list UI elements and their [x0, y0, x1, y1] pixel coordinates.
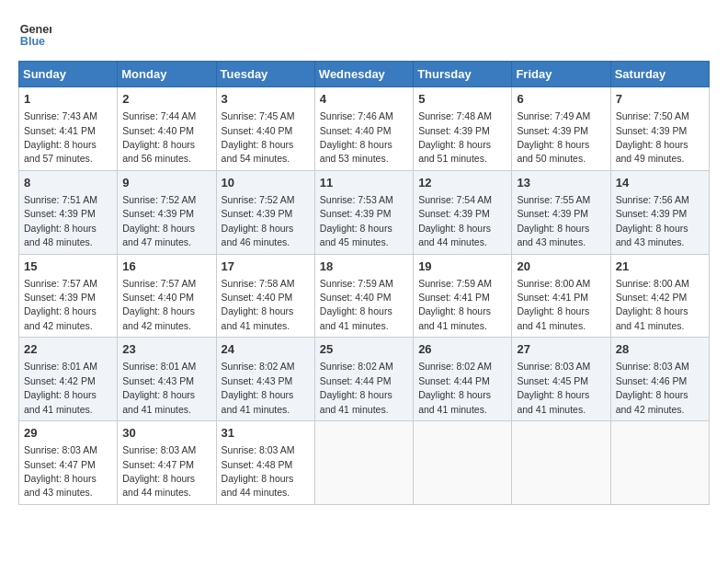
sunrise-info: Sunrise: 7:53 AMSunset: 4:39 PMDaylight:…	[320, 194, 393, 247]
sunrise-info: Sunrise: 7:59 AMSunset: 4:40 PMDaylight:…	[320, 278, 393, 331]
calendar-cell: 1Sunrise: 7:43 AMSunset: 4:41 PMDaylight…	[19, 87, 118, 171]
calendar-cell: 25Sunrise: 8:02 AMSunset: 4:44 PMDayligh…	[314, 338, 413, 421]
day-number: 10	[222, 175, 310, 191]
day-number: 19	[418, 259, 506, 275]
sunrise-info: Sunrise: 8:03 AMSunset: 4:46 PMDaylight:…	[616, 361, 689, 414]
calendar-cell: 10Sunrise: 7:52 AMSunset: 4:39 PMDayligh…	[216, 170, 314, 254]
calendar-week-1: 1Sunrise: 7:43 AMSunset: 4:41 PMDaylight…	[19, 87, 710, 171]
day-number: 3	[222, 91, 310, 108]
calendar-cell: 11Sunrise: 7:53 AMSunset: 4:39 PMDayligh…	[314, 170, 413, 254]
calendar-cell: 3Sunrise: 7:45 AMSunset: 4:40 PMDaylight…	[216, 87, 314, 171]
sunrise-info: Sunrise: 7:57 AMSunset: 4:39 PMDaylight:…	[24, 278, 97, 331]
sunrise-info: Sunrise: 8:00 AMSunset: 4:42 PMDaylight:…	[616, 278, 689, 331]
day-number: 17	[222, 259, 310, 275]
day-number: 25	[320, 341, 408, 358]
day-number: 5	[418, 91, 506, 108]
calendar-cell: 26Sunrise: 8:02 AMSunset: 4:44 PMDayligh…	[414, 338, 512, 421]
calendar-cell: 16Sunrise: 7:57 AMSunset: 4:40 PMDayligh…	[118, 254, 216, 338]
day-number: 29	[24, 425, 112, 442]
sunrise-info: Sunrise: 8:02 AMSunset: 4:43 PMDaylight:…	[222, 361, 295, 414]
day-number: 7	[616, 91, 704, 108]
calendar-cell: 29Sunrise: 8:03 AMSunset: 4:47 PMDayligh…	[19, 421, 118, 505]
logo: General Blue	[18, 18, 55, 52]
calendar-cell: 20Sunrise: 8:00 AMSunset: 4:41 PMDayligh…	[512, 254, 610, 338]
day-number: 23	[122, 341, 210, 358]
day-number: 6	[517, 91, 605, 108]
sunrise-info: Sunrise: 8:01 AMSunset: 4:43 PMDaylight:…	[122, 361, 196, 414]
calendar-cell: 7Sunrise: 7:50 AMSunset: 4:39 PMDaylight…	[610, 87, 709, 171]
calendar-cell: 31Sunrise: 8:03 AMSunset: 4:48 PMDayligh…	[216, 421, 314, 505]
calendar-cell: 27Sunrise: 8:03 AMSunset: 4:45 PMDayligh…	[512, 338, 610, 421]
day-number: 8	[24, 175, 112, 191]
calendar-week-3: 15Sunrise: 7:57 AMSunset: 4:39 PMDayligh…	[19, 254, 710, 338]
day-number: 18	[320, 259, 408, 275]
day-number: 2	[122, 91, 210, 108]
column-header-sunday: Sunday	[19, 62, 118, 87]
sunrise-info: Sunrise: 8:03 AMSunset: 4:48 PMDaylight:…	[222, 444, 295, 498]
day-number: 31	[222, 425, 310, 442]
calendar-cell	[414, 421, 512, 505]
day-number: 1	[24, 91, 112, 108]
sunrise-info: Sunrise: 7:44 AMSunset: 4:40 PMDaylight:…	[122, 110, 196, 164]
calendar-cell: 8Sunrise: 7:51 AMSunset: 4:39 PMDaylight…	[19, 170, 118, 254]
header: General Blue	[18, 18, 710, 52]
day-number: 9	[122, 175, 210, 191]
column-header-saturday: Saturday	[610, 62, 709, 87]
calendar-header-row: SundayMondayTuesdayWednesdayThursdayFrid…	[19, 62, 710, 87]
calendar-cell	[610, 421, 709, 505]
day-number: 20	[517, 259, 605, 275]
day-number: 21	[616, 259, 704, 275]
sunrise-info: Sunrise: 8:03 AMSunset: 4:45 PMDaylight:…	[517, 361, 590, 414]
calendar: SundayMondayTuesdayWednesdayThursdayFrid…	[18, 61, 710, 505]
calendar-cell: 12Sunrise: 7:54 AMSunset: 4:39 PMDayligh…	[414, 170, 512, 254]
calendar-cell: 24Sunrise: 8:02 AMSunset: 4:43 PMDayligh…	[216, 338, 314, 421]
calendar-week-5: 29Sunrise: 8:03 AMSunset: 4:47 PMDayligh…	[19, 421, 710, 505]
sunrise-info: Sunrise: 7:58 AMSunset: 4:40 PMDaylight:…	[222, 278, 295, 331]
sunrise-info: Sunrise: 8:02 AMSunset: 4:44 PMDaylight:…	[418, 361, 492, 414]
calendar-cell: 4Sunrise: 7:46 AMSunset: 4:40 PMDaylight…	[314, 87, 413, 171]
day-number: 11	[320, 175, 408, 191]
day-number: 15	[24, 259, 112, 275]
sunrise-info: Sunrise: 8:03 AMSunset: 4:47 PMDaylight:…	[24, 444, 97, 498]
calendar-cell: 23Sunrise: 8:01 AMSunset: 4:43 PMDayligh…	[118, 338, 216, 421]
sunrise-info: Sunrise: 7:48 AMSunset: 4:39 PMDaylight:…	[418, 110, 492, 164]
calendar-cell: 2Sunrise: 7:44 AMSunset: 4:40 PMDaylight…	[118, 87, 216, 171]
day-number: 13	[517, 175, 605, 191]
calendar-cell: 22Sunrise: 8:01 AMSunset: 4:42 PMDayligh…	[19, 338, 118, 421]
sunrise-info: Sunrise: 7:57 AMSunset: 4:40 PMDaylight:…	[122, 278, 196, 331]
calendar-cell: 21Sunrise: 8:00 AMSunset: 4:42 PMDayligh…	[610, 254, 709, 338]
sunrise-info: Sunrise: 7:59 AMSunset: 4:41 PMDaylight:…	[418, 278, 492, 331]
sunrise-info: Sunrise: 8:03 AMSunset: 4:47 PMDaylight:…	[122, 444, 196, 498]
column-header-wednesday: Wednesday	[314, 62, 413, 87]
calendar-cell: 6Sunrise: 7:49 AMSunset: 4:39 PMDaylight…	[512, 87, 610, 171]
column-header-thursday: Thursday	[414, 62, 512, 87]
sunrise-info: Sunrise: 7:52 AMSunset: 4:39 PMDaylight:…	[222, 194, 295, 247]
day-number: 4	[320, 91, 408, 108]
calendar-cell	[314, 421, 413, 505]
calendar-cell: 28Sunrise: 8:03 AMSunset: 4:46 PMDayligh…	[610, 338, 709, 421]
sunrise-info: Sunrise: 7:43 AMSunset: 4:41 PMDaylight:…	[24, 110, 97, 164]
calendar-cell: 14Sunrise: 7:56 AMSunset: 4:39 PMDayligh…	[610, 170, 709, 254]
calendar-cell: 9Sunrise: 7:52 AMSunset: 4:39 PMDaylight…	[118, 170, 216, 254]
calendar-cell: 19Sunrise: 7:59 AMSunset: 4:41 PMDayligh…	[414, 254, 512, 338]
day-number: 16	[122, 259, 210, 275]
sunrise-info: Sunrise: 7:49 AMSunset: 4:39 PMDaylight:…	[517, 110, 590, 164]
column-header-friday: Friday	[512, 62, 610, 87]
calendar-cell: 13Sunrise: 7:55 AMSunset: 4:39 PMDayligh…	[512, 170, 610, 254]
calendar-cell: 18Sunrise: 7:59 AMSunset: 4:40 PMDayligh…	[314, 254, 413, 338]
calendar-week-2: 8Sunrise: 7:51 AMSunset: 4:39 PMDaylight…	[19, 170, 710, 254]
calendar-cell: 17Sunrise: 7:58 AMSunset: 4:40 PMDayligh…	[216, 254, 314, 338]
column-header-monday: Monday	[118, 62, 216, 87]
calendar-cell: 5Sunrise: 7:48 AMSunset: 4:39 PMDaylight…	[414, 87, 512, 171]
sunrise-info: Sunrise: 7:46 AMSunset: 4:40 PMDaylight:…	[320, 110, 393, 164]
day-number: 14	[616, 175, 704, 191]
calendar-cell: 15Sunrise: 7:57 AMSunset: 4:39 PMDayligh…	[19, 254, 118, 338]
sunrise-info: Sunrise: 7:51 AMSunset: 4:39 PMDaylight:…	[24, 194, 97, 247]
sunrise-info: Sunrise: 7:55 AMSunset: 4:39 PMDaylight:…	[517, 194, 590, 247]
calendar-cell	[512, 421, 610, 505]
sunrise-info: Sunrise: 8:00 AMSunset: 4:41 PMDaylight:…	[517, 278, 590, 331]
sunrise-info: Sunrise: 7:45 AMSunset: 4:40 PMDaylight:…	[222, 110, 295, 164]
sunrise-info: Sunrise: 8:02 AMSunset: 4:44 PMDaylight:…	[320, 361, 393, 414]
sunrise-info: Sunrise: 7:50 AMSunset: 4:39 PMDaylight:…	[616, 110, 689, 164]
svg-text:Blue: Blue	[20, 35, 45, 48]
